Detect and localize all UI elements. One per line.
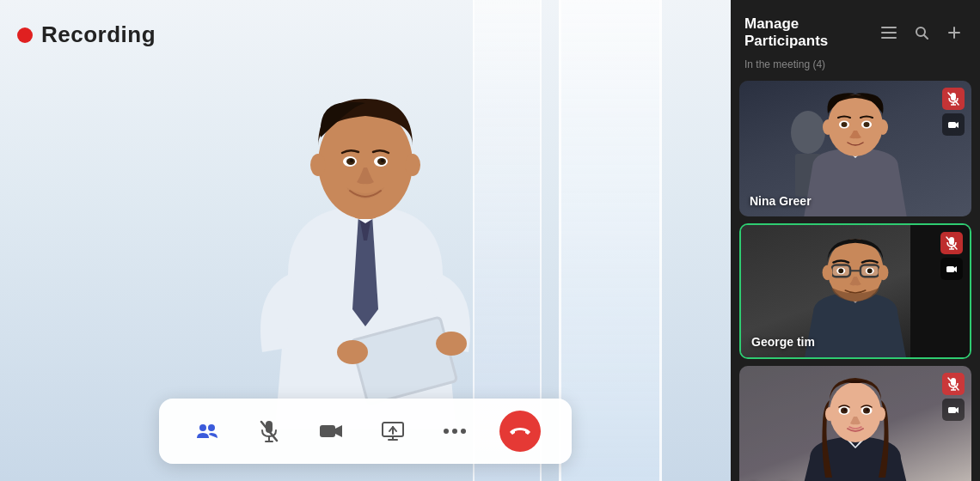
add-participant-button[interactable] bbox=[942, 21, 966, 45]
svg-point-45 bbox=[878, 119, 888, 135]
svg-rect-85 bbox=[948, 407, 956, 413]
participant-card-sara[interactable]: Sara Steve bbox=[739, 366, 971, 481]
share-screen-button[interactable] bbox=[376, 414, 410, 448]
svg-point-10 bbox=[405, 154, 420, 176]
more-button[interactable] bbox=[438, 414, 472, 448]
svg-point-8 bbox=[381, 159, 384, 162]
participant-card-george[interactable]: George tim bbox=[739, 223, 971, 359]
svg-point-28 bbox=[461, 429, 466, 434]
svg-line-33 bbox=[924, 35, 928, 39]
svg-point-43 bbox=[864, 122, 870, 127]
svg-rect-21 bbox=[320, 425, 335, 437]
nina-camera-icon bbox=[942, 113, 965, 136]
svg-point-16 bbox=[208, 424, 215, 431]
main-video-area: Recording bbox=[0, 0, 731, 481]
svg-point-26 bbox=[444, 429, 449, 434]
meeting-count-label: In the meeting (4) bbox=[731, 58, 980, 81]
svg-point-77 bbox=[844, 409, 847, 411]
svg-point-36 bbox=[791, 111, 825, 154]
sidebar-title: Manage Participants bbox=[744, 15, 877, 50]
svg-point-72 bbox=[830, 382, 881, 442]
svg-rect-50 bbox=[948, 122, 956, 128]
menu-icon-button[interactable] bbox=[877, 21, 901, 45]
svg-point-14 bbox=[436, 332, 467, 356]
svg-point-78 bbox=[867, 409, 869, 411]
participants-list: Nina Greer bbox=[731, 81, 980, 481]
participants-sidebar: Manage Participants bbox=[731, 0, 980, 481]
window-light bbox=[559, 0, 662, 481]
svg-point-13 bbox=[337, 340, 368, 364]
svg-point-80 bbox=[877, 407, 885, 421]
svg-point-27 bbox=[452, 429, 457, 434]
controls-bar bbox=[159, 399, 572, 464]
nina-icons bbox=[942, 88, 965, 136]
svg-point-62 bbox=[867, 268, 873, 273]
nina-name: Nina Greer bbox=[750, 194, 812, 208]
sidebar-header-icons bbox=[877, 21, 966, 45]
svg-point-15 bbox=[199, 424, 206, 431]
svg-point-42 bbox=[842, 122, 848, 127]
nina-mute-icon bbox=[942, 88, 965, 110]
camera-button[interactable] bbox=[314, 414, 348, 448]
sidebar-header: Manage Participants bbox=[731, 0, 980, 58]
mute-button[interactable] bbox=[252, 414, 286, 448]
svg-rect-30 bbox=[881, 32, 897, 33]
svg-point-79 bbox=[825, 407, 834, 421]
sara-icons bbox=[942, 373, 965, 421]
george-name: George tim bbox=[751, 335, 815, 349]
svg-point-63 bbox=[823, 265, 833, 280]
recording-label: Recording bbox=[41, 21, 156, 48]
svg-point-44 bbox=[823, 119, 833, 135]
sara-camera-icon bbox=[942, 399, 965, 421]
end-call-button[interactable] bbox=[499, 411, 541, 452]
sara-background bbox=[739, 366, 971, 481]
svg-rect-69 bbox=[946, 266, 954, 272]
svg-rect-31 bbox=[881, 37, 897, 39]
participants-button[interactable] bbox=[190, 414, 224, 448]
george-camera-icon bbox=[940, 258, 963, 280]
george-icons bbox=[940, 232, 963, 280]
participant-card-nina[interactable]: Nina Greer bbox=[739, 81, 971, 216]
search-icon-button[interactable] bbox=[910, 21, 934, 45]
svg-point-61 bbox=[838, 268, 843, 273]
recording-badge: Recording bbox=[17, 21, 156, 48]
svg-point-7 bbox=[350, 159, 353, 162]
svg-point-9 bbox=[310, 154, 326, 176]
sara-mute-icon bbox=[942, 373, 965, 395]
recording-dot bbox=[17, 27, 33, 43]
main-speaker-video bbox=[219, 34, 511, 429]
svg-rect-29 bbox=[881, 27, 897, 28]
george-mute-icon bbox=[940, 232, 963, 254]
sara-face bbox=[739, 366, 971, 481]
svg-point-64 bbox=[879, 265, 889, 280]
